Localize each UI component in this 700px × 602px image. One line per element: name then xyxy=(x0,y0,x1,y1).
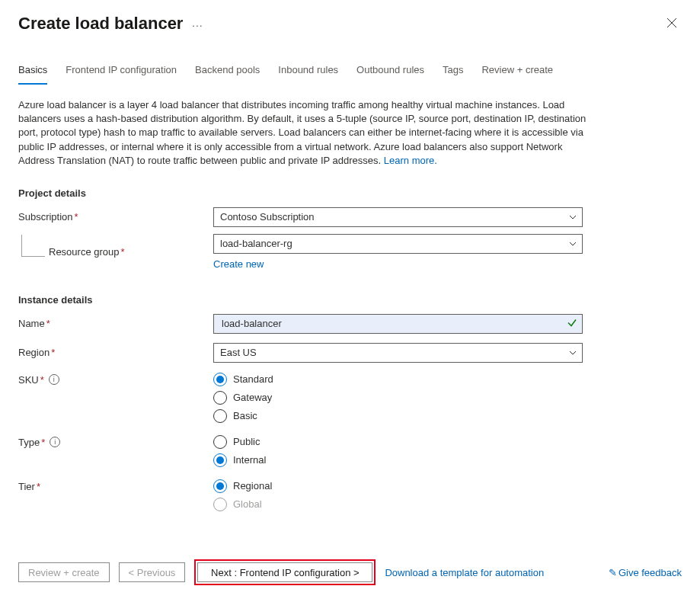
previous-button[interactable]: < Previous xyxy=(119,562,186,582)
feedback-icon: ✎ xyxy=(609,567,617,578)
radio-icon xyxy=(213,391,227,405)
region-label: Region* xyxy=(18,347,213,358)
close-icon[interactable] xyxy=(662,14,682,34)
sku-option-basic[interactable]: Basic xyxy=(213,409,273,423)
subscription-select[interactable]: Contoso Subscription xyxy=(213,207,583,227)
tier-label: Tier* xyxy=(18,478,213,492)
more-icon[interactable]: ··· xyxy=(192,19,203,31)
radio-icon xyxy=(213,435,227,449)
type-label-text: Type xyxy=(18,437,40,448)
resource-group-select[interactable]: load-balancer-rg xyxy=(213,234,583,254)
tab-inbound-rules[interactable]: Inbound rules xyxy=(278,64,338,84)
type-label: Type* i xyxy=(18,434,213,448)
field-region: Region* East US xyxy=(18,342,682,363)
subscription-value: Contoso Subscription xyxy=(220,211,315,223)
sku-label-text: SKU xyxy=(18,374,39,386)
type-option-internal[interactable]: Internal xyxy=(213,453,266,467)
radio-label: Gateway xyxy=(233,392,272,403)
type-radio-group: Public Internal xyxy=(213,434,266,467)
review-create-button[interactable]: Review + create xyxy=(18,562,110,582)
field-subscription: Subscription* Contoso Subscription xyxy=(18,207,682,228)
chevron-down-icon xyxy=(568,213,577,222)
tier-label-text: Tier xyxy=(18,481,35,492)
description-text: Azure load balancer is a layer 4 load ba… xyxy=(18,98,597,168)
field-sku: SKU* i Standard Gateway Basic xyxy=(18,371,682,423)
footer: Review + create < Previous Next : Fronte… xyxy=(18,559,682,585)
name-label: Name* xyxy=(18,318,213,329)
header: Create load balancer ··· xyxy=(18,14,682,34)
radio-icon xyxy=(213,373,227,386)
radio-label: Regional xyxy=(233,480,272,492)
name-label-text: Name xyxy=(18,318,45,329)
radio-icon xyxy=(213,409,227,423)
region-value: East US xyxy=(220,347,257,358)
sku-option-standard[interactable]: Standard xyxy=(213,373,273,386)
page-title-wrap: Create load balancer ··· xyxy=(18,14,203,34)
sku-label: SKU* i xyxy=(18,371,213,386)
chevron-down-icon xyxy=(568,348,577,357)
name-input[interactable] xyxy=(220,317,564,330)
give-feedback-label: Give feedback xyxy=(618,567,682,578)
page-title: Create load balancer xyxy=(18,14,183,33)
subscription-label-text: Subscription xyxy=(18,211,73,223)
radio-label: Public xyxy=(233,436,260,447)
tab-backend-pools[interactable]: Backend pools xyxy=(195,64,260,84)
resource-group-label: Resource group* xyxy=(18,246,213,258)
subscription-label: Subscription* xyxy=(18,211,213,223)
radio-icon xyxy=(213,479,227,493)
field-name: Name* xyxy=(18,313,682,335)
tier-option-regional[interactable]: Regional xyxy=(213,479,272,493)
tab-outbound-rules[interactable]: Outbound rules xyxy=(356,64,424,84)
field-resource-group: Resource group* load-balancer-rg Create … xyxy=(18,234,682,270)
radio-label: Standard xyxy=(233,373,273,385)
region-label-text: Region xyxy=(18,347,50,358)
section-project-details: Project details xyxy=(18,187,682,199)
give-feedback-link[interactable]: ✎Give feedback xyxy=(609,567,682,578)
field-type: Type* i Public Internal xyxy=(18,434,682,467)
tab-basics[interactable]: Basics xyxy=(18,64,47,85)
description-body: Azure load balancer is a layer 4 load ba… xyxy=(18,99,586,166)
tier-radio-group: Regional Global xyxy=(213,478,272,511)
resource-group-value: load-balancer-rg xyxy=(220,238,292,249)
radio-label: Basic xyxy=(233,410,257,421)
name-input-wrap xyxy=(213,314,583,334)
tab-tags[interactable]: Tags xyxy=(443,64,463,84)
radio-icon xyxy=(213,498,227,511)
tier-option-global: Global xyxy=(213,498,272,511)
learn-more-link[interactable]: Learn more. xyxy=(384,155,437,166)
radio-label: Global xyxy=(233,498,262,510)
download-template-link[interactable]: Download a template for automation xyxy=(385,567,544,578)
sku-option-gateway[interactable]: Gateway xyxy=(213,391,273,405)
tab-review-create[interactable]: Review + create xyxy=(481,64,553,84)
check-icon xyxy=(567,317,577,330)
info-icon[interactable]: i xyxy=(49,374,59,385)
resource-group-label-text: Resource group xyxy=(49,246,120,258)
radio-label: Internal xyxy=(233,454,266,466)
region-select[interactable]: East US xyxy=(213,343,583,363)
field-tier: Tier* Regional Global xyxy=(18,478,682,511)
sku-radio-group: Standard Gateway Basic xyxy=(213,371,273,423)
next-button[interactable]: Next : Frontend IP configuration > xyxy=(197,562,372,582)
tabs: Basics Frontend IP configuration Backend… xyxy=(18,64,682,85)
highlight-box: Next : Frontend IP configuration > xyxy=(194,559,376,585)
radio-icon xyxy=(213,453,227,467)
chevron-down-icon xyxy=(568,239,577,248)
create-new-link[interactable]: Create new xyxy=(213,258,264,270)
tab-frontend-ip[interactable]: Frontend IP configuration xyxy=(66,64,177,84)
type-option-public[interactable]: Public xyxy=(213,435,266,449)
info-icon[interactable]: i xyxy=(50,437,60,447)
section-instance-details: Instance details xyxy=(18,294,682,306)
